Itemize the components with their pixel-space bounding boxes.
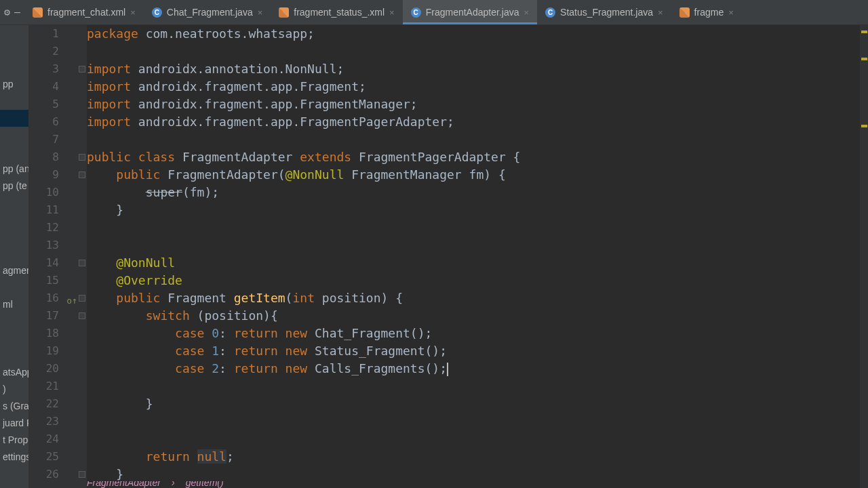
warning-marker[interactable] [861,58,867,60]
project-row[interactable]: pp [0,76,28,93]
code-token [87,326,175,340]
editor-tab[interactable]: FragmentAdapter.java× [403,0,537,24]
project-row[interactable] [0,279,28,296]
line-number: 21 [29,378,87,395]
java-class-icon [545,7,555,18]
xml-file-icon [679,7,690,18]
project-row[interactable]: juard F [0,415,28,432]
code-token [87,449,146,464]
project-row[interactable] [0,93,28,110]
code-token: case [175,361,212,375]
line-number: 20 [29,360,87,378]
project-row[interactable] [0,313,28,330]
code-token: return new [234,326,307,340]
project-row[interactable] [0,228,28,245]
code-token: Fragment [160,291,233,305]
line-number: 17 [29,307,87,325]
code-token: import [87,115,131,129]
project-row[interactable] [0,144,28,161]
text-caret [447,363,448,376]
code-token: case [175,344,212,358]
line-number: 10 [29,184,87,201]
editor-tab[interactable]: Status_Fragment.java× [537,0,671,24]
editor-tab[interactable]: fragment_chat.xml× [24,0,144,24]
fold-icon[interactable] [79,312,85,319]
project-row[interactable] [0,59,28,76]
editor-tab[interactable]: fragment_status_.xml× [271,0,402,24]
code-token: return new [234,344,307,358]
breadcrumb-item[interactable]: FragmentAdapter [87,481,161,488]
minimize-icon[interactable]: — [14,6,20,18]
code-token: FragmentAdapter [175,150,300,164]
code-token: androidx.fragment.app.Fragment; [131,79,366,94]
project-row[interactable]: ml [0,296,28,313]
code-token: int [292,291,315,305]
line-number: 25 [29,448,87,466]
line-number: 1 [29,25,87,43]
code-token: FragmentAdapter( [160,167,285,182]
breadcrumb-item[interactable]: getItem() [186,481,224,488]
code-token: import [87,79,131,94]
project-row[interactable]: ettings [0,449,28,466]
project-panel[interactable]: pppp (anpp (teagmentmlatsApp)s (Grajuard… [0,25,29,488]
code-token: public class [87,150,175,164]
project-row[interactable]: t Prope [0,432,28,449]
project-row[interactable] [0,195,28,211]
fold-icon[interactable] [79,295,85,302]
project-row[interactable] [0,42,28,59]
settings-icon[interactable]: ⚙ [4,6,10,18]
project-row[interactable] [0,330,28,347]
code-token: @Override [116,273,182,287]
project-row[interactable] [0,347,28,364]
code-token: null [197,449,226,464]
project-row[interactable]: agment [0,262,28,279]
code-token: com.neatroots.whatsapp; [138,26,315,41]
code-token: } [87,396,153,411]
tab-label: fragment_status_.xml [294,7,384,18]
code-editor[interactable]: package com.neatroots.whatsapp; import a… [87,25,857,488]
close-icon[interactable]: × [389,7,395,18]
code-token: public [87,291,160,305]
code-token: ( [285,291,293,305]
code-token: super [146,185,182,199]
breadcrumbs[interactable]: FragmentAdapter › getItem() [87,481,224,488]
fold-icon[interactable] [79,260,85,266]
project-row[interactable] [0,211,28,228]
code-token: : [219,361,234,375]
project-row[interactable] [0,127,28,144]
fold-icon[interactable] [79,471,85,478]
marker-strip[interactable] [860,25,868,488]
close-icon[interactable]: × [658,7,663,18]
fold-icon[interactable] [79,154,85,161]
project-row[interactable]: s (Gra [0,398,28,415]
fold-icon[interactable] [79,171,85,178]
editor-tab[interactable]: fragme× [671,0,742,24]
warning-marker[interactable] [861,30,867,33]
close-icon[interactable]: × [130,7,136,18]
code-token [87,256,116,270]
project-row[interactable] [0,110,28,127]
editor-tab[interactable]: Chat_Fragment.java× [144,0,271,24]
line-number: 11 [29,201,87,219]
project-row[interactable] [0,245,28,262]
project-row[interactable]: atsApp [0,364,28,381]
line-number: 2 [29,43,87,60]
tab-label: Status_Fragment.java [560,7,653,18]
close-icon[interactable]: × [728,7,734,18]
line-number: 7 [29,131,87,148]
project-row[interactable]: ) [0,381,28,398]
code-token [87,344,175,358]
java-class-icon [152,7,162,18]
project-row[interactable]: pp (te [0,178,28,195]
code-token: return [146,449,197,464]
fold-icon[interactable] [79,66,85,73]
project-row[interactable] [0,25,28,42]
window-controls: ⚙ — [0,6,24,18]
project-row[interactable]: pp (an [0,161,28,178]
top-bar: ⚙ — fragment_chat.xml×Chat_Fragment.java… [0,0,868,25]
warning-marker[interactable] [861,125,867,127]
close-icon[interactable]: × [524,7,529,18]
line-number: 15 [29,272,87,289]
close-icon[interactable]: × [258,7,263,18]
code-token: import [87,97,131,111]
